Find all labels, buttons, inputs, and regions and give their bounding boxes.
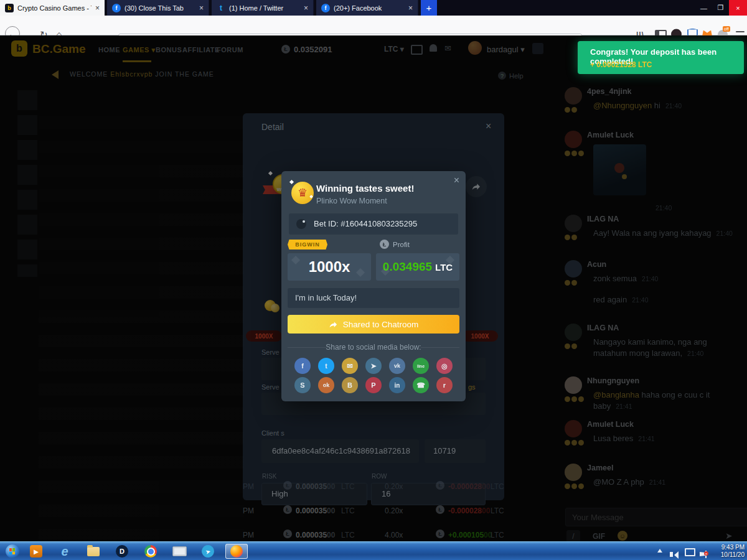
twitter-icon[interactable]: t (318, 358, 334, 374)
skype-icon[interactable]: S (294, 377, 311, 393)
betlogs-link-fragment[interactable]: gs (468, 383, 476, 391)
facebook-icon[interactable]: f (294, 358, 311, 374)
row-value: 16 (382, 489, 390, 498)
multiplier-box: 1000x (288, 253, 371, 281)
window-maximize-button[interactable]: ❐ (712, 0, 729, 16)
user-badges (565, 440, 585, 446)
media-player-icon[interactable]: ▶ (29, 544, 44, 559)
deposit-toast[interactable]: Congrats! Your deposit has been complete… (578, 41, 744, 74)
share-to-chatroom-button[interactable]: Shared to Chatroom (288, 315, 459, 334)
window-minimize-button[interactable]: — (695, 0, 712, 16)
share-message-box[interactable]: I'm in luck Today! (288, 288, 459, 308)
telegram-icon[interactable]: ➤ (365, 358, 382, 374)
emoji-button[interactable]: ☺ (618, 531, 627, 541)
taskbar-clock[interactable]: 9:43 PM 10/11/20 (710, 544, 745, 559)
on-screen-keyboard-icon[interactable] (172, 544, 187, 559)
chat-message: Amulet Luck 21:40 (563, 131, 745, 195)
chat-text: zonk semua21:40 (593, 273, 745, 284)
pinterest-icon[interactable]: P (365, 377, 382, 393)
vk-icon[interactable]: vk (389, 358, 405, 374)
email-icon[interactable]: ✉ (342, 358, 358, 374)
social-divider: Share to social media below: (281, 343, 466, 353)
card-subtitle: Plinko Wow Moment (316, 197, 387, 205)
multiplier-pill: 1000X (246, 330, 282, 342)
tray-expand-icon[interactable] (657, 546, 662, 553)
tab-bcgame[interactable]: b Crypto Casino Games - The 16 × (0, 0, 105, 16)
avatar[interactable] (565, 464, 582, 481)
clock-date: 10/11/20 (710, 551, 745, 559)
coins-icon (263, 297, 282, 315)
user-badges (565, 280, 578, 286)
share-arrow-icon (329, 320, 338, 329)
tab-close-icon[interactable]: × (304, 4, 308, 12)
chat-message: ILAG NA Nangayo kami kanimo, nga ang mat… (563, 324, 745, 358)
share-icon[interactable] (466, 176, 487, 197)
tab-close-icon[interactable]: × (199, 4, 204, 12)
odnoklassniki-icon[interactable]: ok (318, 377, 334, 393)
send-message-icon[interactable]: ➤ (725, 531, 733, 541)
internet-explorer-icon[interactable]: e (57, 544, 72, 559)
chat-username[interactable]: Acun (587, 260, 745, 269)
chat-username[interactable]: ILAG NA (587, 324, 745, 332)
chat-username[interactable]: Amulet Luck (587, 420, 745, 429)
toast-amount: + 0.00021528 LTC (590, 60, 652, 69)
avatar[interactable] (565, 215, 582, 232)
avatar[interactable] (565, 376, 582, 394)
user-badges (565, 396, 585, 402)
network-icon[interactable] (685, 548, 695, 556)
chat-text: Aay! Wala na ang iyang kahayag21:40 (593, 228, 745, 239)
social-icons-row-1: f t ✉ ➤ vk line ◎ (294, 358, 453, 374)
browser-tab-bar: b Crypto Casino Games - The 16 × f (30) … (0, 0, 747, 16)
user-badges (565, 483, 585, 489)
chat-username[interactable]: Nhungnguyen (587, 376, 745, 385)
client-seed-label: Client s (261, 429, 284, 437)
chat-input[interactable] (565, 508, 747, 526)
reddit-icon[interactable]: r (436, 377, 453, 393)
avatar[interactable] (565, 260, 582, 278)
bitcointalk-icon[interactable]: B (342, 377, 358, 393)
avatar[interactable] (565, 131, 582, 148)
tab-close-icon[interactable]: × (408, 4, 413, 12)
multiplier-value: 1000x (309, 258, 350, 276)
firefox-taskbar-active[interactable] (225, 544, 248, 559)
row-label: Row (372, 473, 387, 480)
slash-command-button[interactable]: / (566, 530, 580, 541)
avatar[interactable] (565, 87, 582, 105)
action-center-flag-icon[interactable]: × (700, 548, 707, 559)
file-explorer-icon[interactable] (86, 544, 101, 559)
chat-username[interactable]: ILAG NA (587, 215, 745, 223)
start-button[interactable] (5, 544, 20, 559)
row-value-box: 16 (371, 483, 486, 505)
tab-twitter[interactable]: t (1) Home / Twitter × (212, 0, 314, 16)
share-message-text: I'm in luck Today! (295, 293, 357, 302)
share-win-card: × ♛ Winning tastes sweet! Plinko Wow Mom… (281, 171, 466, 401)
chrome-icon[interactable] (143, 544, 158, 559)
risk-label: Risk (262, 473, 276, 480)
volume-icon[interactable] (670, 548, 679, 559)
telegram-icon[interactable]: ➤ (200, 544, 215, 559)
card-close-icon[interactable]: × (454, 175, 459, 186)
chat-text: Nangayo kami kanimo, nga ang matahum mon… (593, 337, 730, 358)
tab-facebook-1[interactable]: f (30) Close This Tab × (107, 0, 209, 16)
digibyte-icon[interactable]: D (115, 544, 129, 559)
browser-toolbar: ← → ↻ ⌂ https://bc.game/plinko ⋯ ⌄ ☆ ||\… (0, 16, 747, 35)
instagram-icon[interactable]: ◎ (436, 358, 453, 374)
chat-username[interactable]: Amulet Luck (587, 131, 745, 139)
linkedin-icon[interactable]: in (389, 377, 405, 393)
window-close-button[interactable]: × (729, 0, 747, 16)
gif-button[interactable]: GIF (593, 532, 605, 541)
tab-close-icon[interactable]: × (95, 4, 100, 12)
twitter-favicon: t (217, 4, 225, 12)
avatar[interactable] (565, 420, 582, 437)
whatsapp-icon[interactable]: ☎ (413, 377, 429, 393)
tab-facebook-2[interactable]: f (20+) Facebook × (316, 0, 418, 16)
ltc-coin-icon: Ł (380, 240, 389, 249)
avatar[interactable] (565, 324, 582, 341)
chat-username[interactable]: 4pes_4njink (587, 87, 745, 96)
chat-username[interactable]: Jameel (587, 464, 745, 472)
modal-close-icon[interactable]: × (486, 121, 491, 132)
chat-image-attachment[interactable] (593, 144, 646, 195)
new-tab-button[interactable]: + (421, 0, 437, 16)
profit-value: 0.034965 (383, 260, 432, 274)
line-icon[interactable]: line (413, 358, 429, 374)
